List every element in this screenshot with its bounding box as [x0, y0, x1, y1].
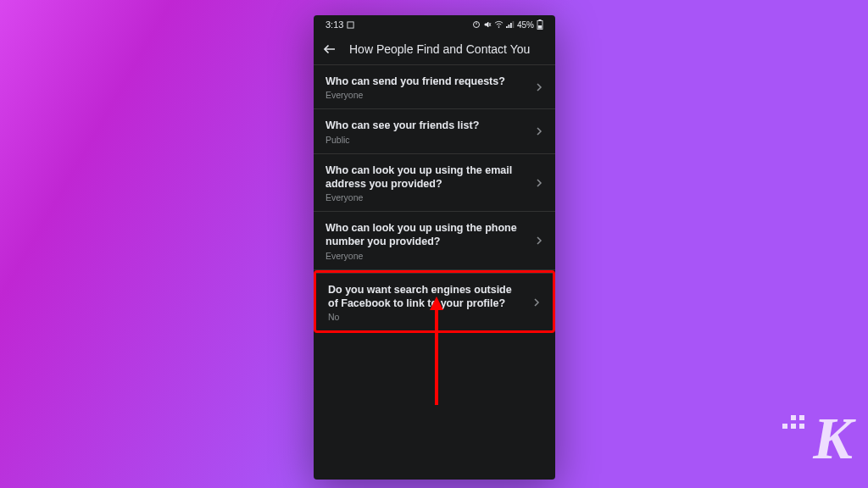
chevron-right-icon [535, 127, 543, 136]
chevron-right-icon [535, 179, 543, 187]
mute-icon [483, 20, 492, 29]
setting-label: Who can send you friend requests? [326, 75, 526, 88]
highlight-annotation: Do you want search engines outside of Fa… [314, 270, 555, 334]
chevron-right-icon [532, 298, 541, 307]
setting-value: Everyone [326, 192, 526, 202]
watermark-logo: K [813, 405, 853, 473]
status-time: 3:13 [326, 19, 343, 30]
setting-row-phone-lookup[interactable]: Who can look you up using the phone numb… [314, 212, 555, 270]
svg-rect-4 [506, 26, 508, 28]
svg-rect-10 [538, 25, 542, 29]
wifi-icon [494, 20, 504, 29]
setting-row-friends-list[interactable]: Who can see your friends list? Public [314, 109, 555, 153]
svg-rect-9 [539, 19, 542, 21]
signal-icon [506, 20, 515, 29]
page-title: How People Find and Contact You [349, 42, 530, 56]
setting-value: Everyone [326, 90, 526, 100]
svg-rect-5 [508, 25, 509, 28]
svg-rect-6 [510, 23, 512, 28]
setting-label: Who can look you up using the phone numb… [326, 221, 526, 249]
status-bar: 3:13 45% [314, 15, 555, 34]
svg-point-3 [498, 26, 499, 27]
alarm-icon [472, 20, 481, 29]
svg-rect-0 [348, 21, 353, 27]
setting-label: Do you want search engines outside of Fa… [328, 283, 524, 311]
chevron-right-icon [535, 236, 543, 245]
notification-icon [347, 21, 354, 29]
setting-row-search-engines[interactable]: Do you want search engines outside of Fa… [316, 273, 553, 331]
svg-rect-7 [512, 21, 514, 28]
page-header: How People Find and Contact You [314, 34, 555, 64]
setting-value: No [328, 312, 524, 322]
setting-value: Everyone [326, 251, 526, 261]
setting-value: Public [326, 135, 526, 145]
phone-screenshot: 3:13 45% How People Find and Contact You… [314, 15, 555, 480]
chevron-right-icon [535, 83, 543, 92]
settings-list: Who can send you friend requests? Everyo… [314, 64, 555, 333]
setting-row-friend-requests[interactable]: Who can send you friend requests? Everyo… [314, 64, 555, 109]
battery-percent: 45% [517, 20, 534, 30]
setting-label: Who can see your friends list? [326, 119, 526, 132]
battery-icon [537, 19, 543, 30]
setting-row-email-lookup[interactable]: Who can look you up using the email addr… [314, 154, 555, 213]
watermark-dots [782, 415, 804, 429]
back-arrow-icon[interactable] [322, 42, 337, 57]
setting-label: Who can look you up using the email addr… [326, 164, 526, 191]
